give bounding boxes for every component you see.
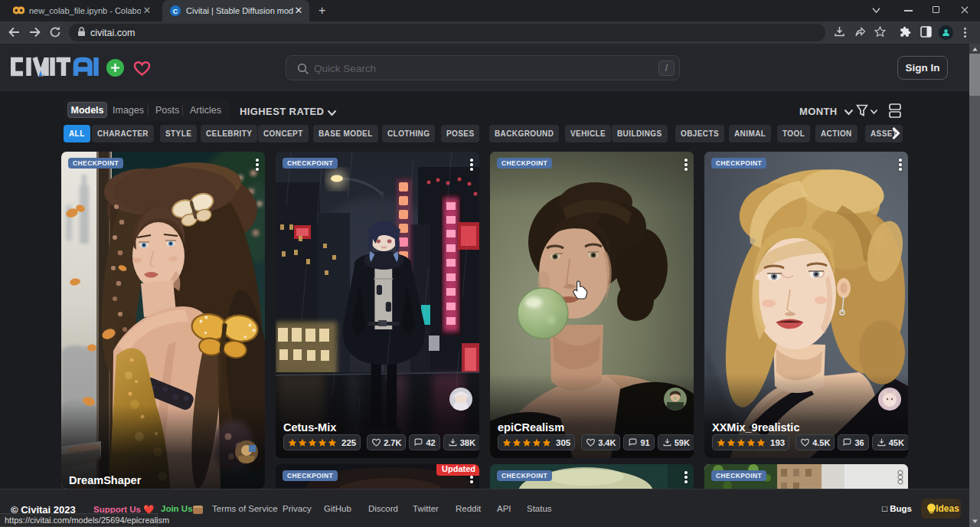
svg-text:C: C [173, 8, 178, 15]
